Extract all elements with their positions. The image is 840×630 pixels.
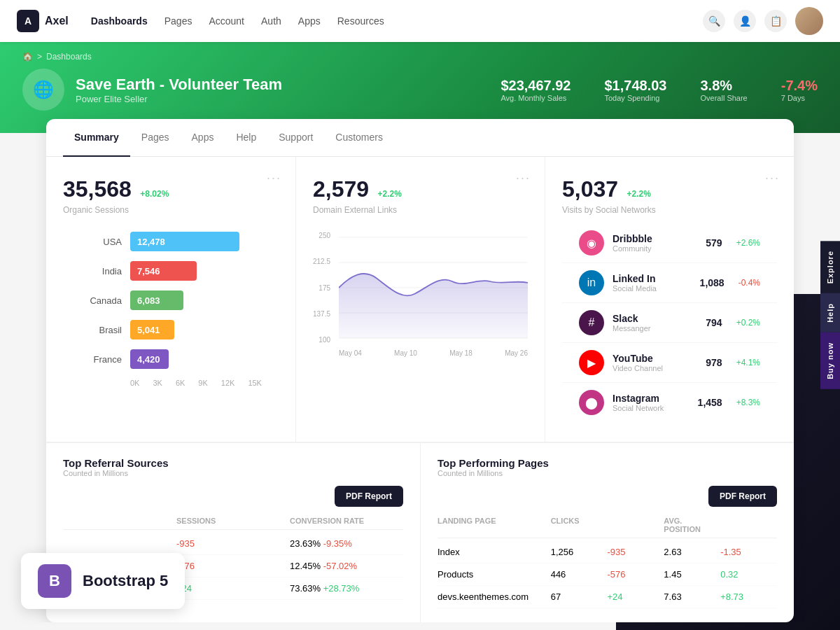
domain-change: +2.2%	[378, 189, 402, 199]
domain-links-box: ··· 2,579 +2.2% Domain External Links 25…	[295, 157, 545, 442]
bar-label: USA	[80, 237, 122, 247]
bar-track: 5,041	[130, 320, 262, 340]
social-change: +4.1%	[736, 358, 760, 368]
bar-value: 6,083	[137, 295, 160, 306]
top-pages-panel: Top Performing Pages Counted in Millions…	[420, 443, 794, 622]
social-item: ◉ Dribbble Community 579 +2.6%	[562, 223, 777, 262]
hero-info: Save Earth - Volunteer Team Power Elite …	[76, 76, 282, 104]
search-button[interactable]: 🔍	[703, 10, 725, 32]
nav-resources[interactable]: Resources	[337, 15, 384, 27]
tab-apps[interactable]: Apps	[181, 119, 225, 157]
nav-auth[interactable]: Auth	[261, 15, 281, 27]
social-change: -0.4%	[738, 278, 760, 288]
referral-header: SESSIONS CONVERSION RATE	[63, 512, 403, 530]
line-chart-svg	[339, 232, 528, 344]
organic-more-button[interactable]: ···	[267, 171, 281, 186]
notifications-button[interactable]: 📋	[764, 10, 787, 32]
bar-track: 4,420	[130, 349, 262, 369]
social-label: Visits by Social Networks	[562, 205, 777, 215]
home-icon: 🏠	[22, 52, 33, 62]
social-change: +2.2%	[627, 189, 651, 199]
bar-label: France	[80, 354, 122, 365]
bar-value: 7,546	[137, 266, 160, 276]
bar-track: 6,083	[130, 290, 262, 310]
hero-logo: 🌐	[22, 69, 64, 111]
help-button[interactable]: Help	[820, 293, 840, 332]
bar-label: Brasil	[80, 325, 122, 335]
social-list: ◉ Dribbble Community 579 +2.6% in Linked…	[562, 223, 777, 422]
social-change: +8.3%	[736, 398, 760, 407]
social-change: +2.6%	[736, 238, 760, 248]
domain-value: 2,579	[313, 176, 369, 202]
social-name: Instagram	[612, 393, 664, 404]
social-sub: Social Media	[612, 284, 657, 293]
social-item: # Slack Messanger 794 +0.2%	[562, 302, 777, 342]
social-icon: ⬤	[579, 390, 604, 415]
side-buttons: Explore Help Buy now	[820, 241, 840, 389]
content-card: Summary Pages Apps Help Support Customer…	[46, 119, 794, 622]
tab-summary[interactable]: Summary	[63, 119, 130, 157]
social-count: 1,458	[698, 397, 722, 408]
referral-pdf-button[interactable]: PDF Report	[335, 486, 403, 507]
bar-label: Canada	[80, 295, 122, 306]
bar-fill: 5,041	[130, 320, 174, 340]
social-sub: Video Channel	[612, 364, 663, 372]
navbar: A Axel Dashboards Pages Account Auth App…	[0, 0, 840, 42]
hero-subtitle: Power Elite Seller	[76, 94, 282, 104]
bar-chart: USA 12,478 India 7,546 Canada 6,083 Bras…	[80, 232, 262, 369]
social-icon: ▶	[579, 350, 604, 375]
pages-pdf-button[interactable]: PDF Report	[708, 486, 777, 507]
social-value: 5,037	[562, 176, 618, 202]
tabs: Summary Pages Apps Help Support Customer…	[46, 119, 794, 157]
avatar[interactable]	[795, 7, 823, 35]
tab-help[interactable]: Help	[225, 119, 267, 157]
tab-customers[interactable]: Customers	[324, 119, 394, 157]
nav-dashboards[interactable]: Dashboards	[91, 15, 148, 27]
bar-fill: 12,478	[130, 232, 239, 251]
tab-pages[interactable]: Pages	[130, 119, 181, 157]
bar-track: 7,546	[130, 261, 262, 281]
stat-overall-share: 3.8% Overall Share	[700, 78, 747, 102]
bar-fill: 6,083	[130, 290, 183, 310]
bar-label: India	[80, 266, 122, 276]
social-count: 1,088	[700, 277, 724, 288]
buy-now-button[interactable]: Buy now	[820, 332, 840, 389]
stat-7days: -7.4% 7 Days	[781, 78, 818, 102]
organic-sessions-box: ··· 35,568 +8.02% Organic Sessions USA 1…	[46, 157, 295, 442]
social-more-button[interactable]: ···	[765, 171, 780, 186]
social-name: Linked In	[612, 273, 657, 284]
table-row: Index 1,256 -935 2.63 -1.35	[438, 541, 777, 564]
brand-icon: A	[17, 10, 39, 32]
social-name: Slack	[612, 313, 650, 324]
nav-pages[interactable]: Pages	[164, 15, 192, 27]
bootstrap-icon: B	[38, 564, 71, 598]
social-item: in Linked In Social Media 1,088 -0.4%	[562, 262, 777, 302]
table-row: devs.keenthemes.com 67 +24 7.63 +8.73	[438, 586, 777, 608]
nav-account[interactable]: Account	[209, 15, 244, 27]
explore-button[interactable]: Explore	[820, 241, 840, 293]
social-change: +0.2%	[736, 318, 760, 328]
social-sub: Social Network	[612, 404, 664, 412]
tab-support[interactable]: Support	[267, 119, 324, 157]
bar-fill: 7,546	[130, 261, 197, 281]
domain-more-button[interactable]: ···	[516, 171, 531, 186]
nav-apps[interactable]: Apps	[298, 15, 321, 27]
stat-today-spending: $1,748.03 Today Spending	[605, 78, 667, 102]
organic-label: Organic Sessions	[63, 205, 279, 215]
bar-row: India 7,546	[80, 261, 262, 281]
brand[interactable]: A Axel	[17, 10, 69, 32]
social-icon: in	[579, 270, 604, 295]
bar-row: Brasil 5,041	[80, 320, 262, 340]
bootstrap-text: Bootstrap 5	[83, 572, 168, 590]
brand-name: Axel	[45, 15, 69, 27]
line-chart-area: 250212.5175137.5100	[313, 226, 528, 358]
social-icon: #	[579, 310, 604, 335]
bar-track: 12,478	[130, 232, 262, 251]
social-name: Dribbble	[612, 233, 652, 244]
social-visits-box: ··· 5,037 +2.2% Visits by Social Network…	[545, 157, 794, 442]
profile-button[interactable]: 👤	[734, 10, 756, 32]
main-wrapper: Summary Pages Apps Help Support Customer…	[35, 119, 805, 622]
social-sub: Community	[612, 244, 652, 253]
bar-value: 12,478	[137, 237, 165, 247]
social-item: ▶ YouTube Video Channel 978 +4.1%	[562, 342, 777, 382]
